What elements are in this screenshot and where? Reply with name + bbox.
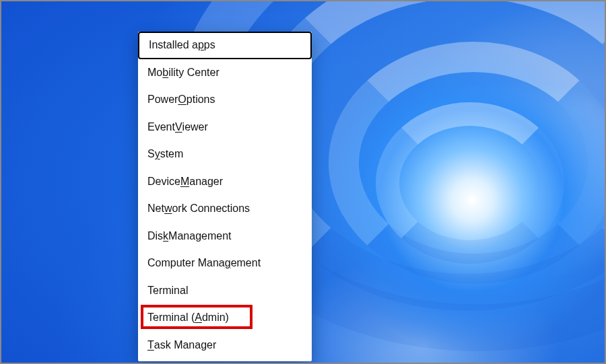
- menu-item-accelerator: p: [198, 39, 204, 51]
- menu-item-accelerator: O: [178, 94, 186, 106]
- menu-item[interactable]: Installed apps: [138, 32, 312, 59]
- menu-item-label-post: iewer: [182, 121, 208, 133]
- menu-item-accelerator: k: [163, 230, 168, 242]
- menu-item-label-post: Management: [168, 230, 231, 242]
- menu-item-accelerator: T: [147, 339, 154, 351]
- menu-item-label-pre: Terminal (: [147, 312, 195, 324]
- menu-item-label-pre: Terminal: [147, 285, 188, 297]
- menu-item-label-pre: Dis: [147, 230, 163, 242]
- menu-item-label-pre: Power: [147, 94, 178, 106]
- menu-item[interactable]: Computer Management: [138, 250, 312, 277]
- menu-item-label-post: ps: [204, 39, 215, 51]
- menu-item-label-pre: S: [147, 148, 155, 160]
- menu-item[interactable]: System: [138, 141, 312, 168]
- menu-item[interactable]: Terminal: [138, 277, 312, 305]
- menu-item[interactable]: Terminal (Admin): [138, 304, 312, 332]
- menu-item-label-pre: Device: [147, 176, 180, 188]
- menu-item-accelerator: b: [162, 67, 168, 79]
- menu-item-label-post: dmin): [202, 312, 229, 324]
- wallpaper-petal: [376, 102, 564, 264]
- menu-item-label-post: anager: [189, 176, 223, 188]
- menu-item-label-post: ility Center: [168, 67, 220, 79]
- winx-context-menu: Installed appsMobility CenterPower Optio…: [138, 32, 312, 361]
- menu-item-label-pre: Installed a: [149, 39, 198, 51]
- menu-item-label-post: stem: [160, 148, 184, 160]
- menu-item-label-post: ask Manager: [154, 339, 217, 351]
- menu-item-label-pre: Event: [147, 121, 175, 133]
- menu-item[interactable]: Disk Management: [138, 223, 312, 250]
- menu-item-accelerator: V: [175, 121, 182, 133]
- menu-item-label-pre: Net: [147, 203, 164, 215]
- menu-item[interactable]: Power Options: [138, 86, 312, 114]
- menu-item[interactable]: Mobility Center: [138, 59, 312, 87]
- menu-item-label-post: ement: [231, 257, 261, 269]
- menu-item[interactable]: Event Viewer: [138, 114, 312, 141]
- menu-item-label-post: ork Connections: [172, 203, 250, 215]
- menu-item[interactable]: Task Manager: [138, 332, 312, 359]
- menu-item-label-pre: Computer Mana: [147, 257, 225, 269]
- menu-item[interactable]: Device Manager: [138, 168, 312, 196]
- menu-item-accelerator: A: [195, 312, 202, 324]
- menu-item[interactable]: Network Connections: [138, 195, 312, 223]
- menu-item-label-pre: Mo: [147, 67, 162, 79]
- menu-item-label-post: ptions: [187, 94, 215, 106]
- menu-item-accelerator: y: [155, 148, 160, 160]
- menu-item-accelerator: g: [225, 257, 231, 269]
- menu-item-accelerator: M: [180, 176, 189, 188]
- menu-item-accelerator: w: [164, 203, 172, 215]
